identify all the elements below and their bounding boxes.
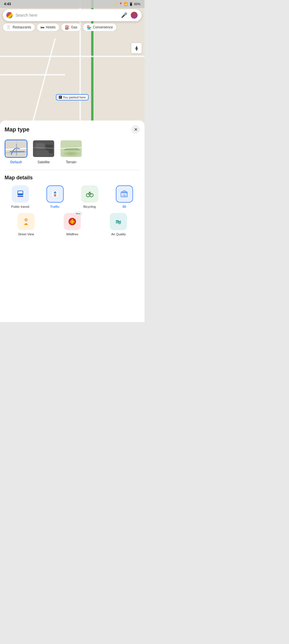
battery-text: 60% [134, 2, 140, 6]
map-type-header: Map type ✕ [5, 125, 140, 134]
detail-street-view[interactable]: Street View [5, 213, 47, 236]
detail-wildfires[interactable]: New Wildfires [51, 213, 93, 236]
wildfires-icon [68, 217, 77, 226]
chip-convenience-label: Convenience [93, 25, 113, 29]
wildfires-label: Wildfires [66, 232, 78, 236]
detail-traffic[interactable]: Traffic [39, 185, 71, 208]
chip-restaurants[interactable]: 🍴 Restaurants [3, 24, 35, 31]
parking-badge: 🅿 You parked here [56, 94, 89, 100]
wifi-icon: 📶 [124, 2, 128, 6]
filter-chips-container: 🍴 Restaurants 🛏 Hotels ⛽ Gas 🏪 Convenien… [0, 24, 144, 31]
parking-icon: 🅿 [59, 96, 63, 99]
detail-3d[interactable]: 3D [109, 185, 140, 208]
road-horizontal [0, 56, 144, 57]
public-transit-icon-box [12, 185, 29, 203]
wildfires-icon-box: New [64, 213, 81, 230]
satellite-label: Satellite [38, 160, 50, 164]
air-quality-icon [114, 217, 123, 226]
new-badge: New [75, 212, 82, 216]
chip-restaurants-label: Restaurants [13, 25, 31, 29]
map-type-satellite[interactable]: Satellite [32, 139, 55, 164]
map-area[interactable]: Search here 🎤 🍴 Restaurants 🛏 Hotels ⛽ G… [0, 0, 144, 123]
default-label: Default [10, 160, 22, 164]
search-placeholder: Search here [15, 13, 118, 18]
google-logo [6, 12, 13, 18]
layers-icon: ⧫ [135, 45, 138, 51]
bicycling-icon-box [81, 185, 98, 203]
transit-icon [16, 189, 25, 199]
location-icon: 📍 [119, 2, 123, 6]
layers-button[interactable]: ⧫ [131, 43, 142, 53]
convenience-icon: 🏪 [87, 25, 91, 30]
street-view-label: Street View [18, 232, 34, 236]
satellite-thumb [32, 139, 55, 158]
svg-point-32 [115, 218, 122, 225]
status-icons: ⚡ 📍 📶 📱 60% [114, 2, 140, 6]
detail-bicycling[interactable]: Bicycling [74, 185, 105, 208]
default-thumb [5, 139, 28, 158]
map-type-grid: Default Satellite [5, 139, 140, 164]
road-horizontal-2 [0, 74, 65, 75]
satellite-map-icon [33, 140, 55, 158]
chip-convenience[interactable]: 🏪 Convenience [83, 24, 116, 31]
status-bar: 4:43 ⚡ 📍 📶 📱 60% [0, 0, 144, 8]
svg-point-12 [70, 148, 80, 155]
detail-public-transit[interactable]: Public transit [5, 185, 36, 208]
chip-gas[interactable]: ⛽ Gas [61, 24, 81, 31]
map-type-title: Map type [5, 126, 30, 133]
svg-rect-17 [21, 194, 23, 195]
svg-rect-16 [18, 194, 20, 195]
air-quality-label: Air Quality [111, 232, 126, 236]
map-type-default[interactable]: Default [5, 139, 28, 164]
street-view-icon-box [17, 213, 35, 230]
svg-rect-19 [18, 196, 23, 197]
svg-rect-15 [18, 191, 23, 193]
restaurants-icon: 🍴 [6, 25, 11, 30]
3d-icon-box [116, 185, 133, 203]
terrain-thumb-visual [60, 140, 82, 157]
svg-rect-27 [122, 195, 127, 196]
traffic-icon-box [46, 185, 64, 203]
default-thumb-visual [5, 140, 27, 157]
svg-rect-7 [36, 150, 49, 156]
bicycling-label: Bicycling [83, 205, 96, 208]
satellite-thumb-visual [33, 140, 54, 157]
map-details-title: Map details [5, 175, 140, 181]
signal-icon: 📱 [129, 2, 133, 6]
terrain-label: Terrain [66, 160, 77, 164]
default-map-icon [5, 140, 28, 158]
public-transit-label: Public transit [11, 205, 29, 208]
chip-hotels[interactable]: 🛏 Hotels [37, 24, 59, 31]
mic-icon[interactable]: 🎤 [121, 12, 127, 18]
chip-gas-label: Gas [71, 25, 77, 29]
chip-hotels-label: Hotels [46, 25, 56, 29]
status-time: 4:43 [4, 2, 11, 6]
map-details-row2: Street View New Wildfires [5, 213, 140, 236]
traffic-label: Traffic [50, 205, 60, 208]
3d-label: 3D [122, 205, 126, 208]
air-quality-icon-box [110, 213, 127, 230]
bottom-sheet: Map type ✕ Default [0, 121, 144, 322]
terrain-map-icon [60, 140, 83, 158]
map-details-row1: Public transit Traffic [5, 185, 140, 208]
svg-point-30 [26, 220, 26, 220]
road-diagonal [32, 38, 56, 122]
avatar[interactable] [130, 11, 138, 19]
search-bar[interactable]: Search here 🎤 [3, 9, 142, 21]
parking-label: You parked here [63, 96, 86, 99]
svg-point-21 [54, 193, 56, 195]
bicycling-icon [85, 189, 94, 199]
svg-point-24 [89, 192, 90, 193]
3d-icon [120, 189, 129, 199]
map-type-terrain[interactable]: Terrain [60, 139, 83, 164]
terrain-thumb [60, 139, 83, 158]
bluetooth-icon: ⚡ [114, 2, 118, 6]
detail-air-quality[interactable]: Air Quality [97, 213, 140, 236]
hotels-icon: 🛏 [40, 25, 44, 30]
gas-icon: ⛽ [65, 25, 70, 30]
street-view-icon [22, 217, 31, 226]
section-divider [5, 170, 140, 170]
close-button[interactable]: ✕ [131, 125, 140, 134]
traffic-icon [50, 189, 60, 199]
